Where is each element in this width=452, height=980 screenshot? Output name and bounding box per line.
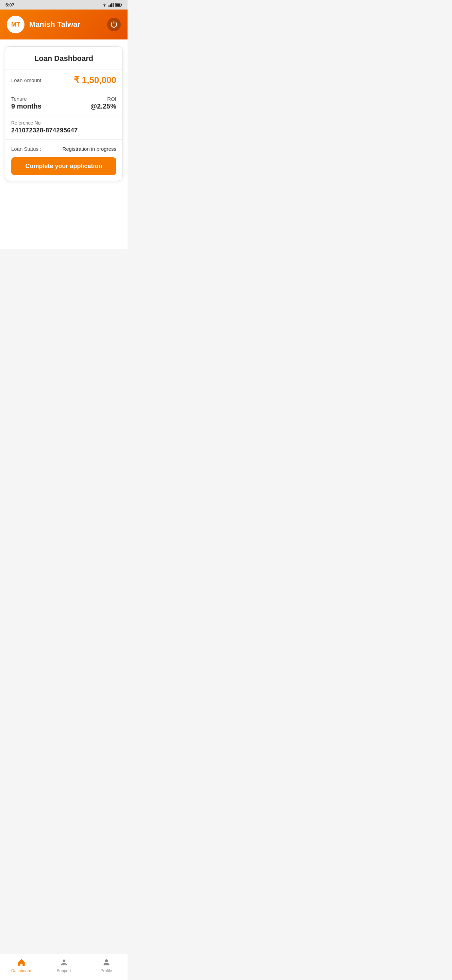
svg-rect-2 xyxy=(110,5,111,7)
main-content: Loan Dashboard Loan Amount ₹ 1,50,000 Te… xyxy=(0,40,127,186)
roi-item: ROI @2.25% xyxy=(90,96,116,110)
loan-status-row: Loan Status : Registration in progress C… xyxy=(5,140,122,181)
signal-icon xyxy=(108,3,114,7)
status-icons xyxy=(102,3,122,7)
tenure-roi-row: Tenure 9 months ROI @2.25% xyxy=(5,91,122,115)
status-bar: 5:07 xyxy=(0,0,127,10)
loan-status-label: Loan Status : xyxy=(11,146,41,152)
svg-rect-4 xyxy=(113,3,114,7)
svg-rect-3 xyxy=(111,3,112,7)
logout-button[interactable] xyxy=(107,18,121,31)
roi-label: ROI xyxy=(107,96,116,102)
content-spacer xyxy=(0,186,127,249)
tenure-label: Tenure xyxy=(11,96,41,102)
reference-no-value: 241072328-874295647 xyxy=(11,127,116,134)
loan-amount-value: ₹ 1,50,000 xyxy=(74,75,116,86)
reference-no-row: Reference No 241072328-874295647 xyxy=(5,115,122,140)
header-user-info: MT Manish Talwar xyxy=(7,16,80,33)
user-name-label: Manish Talwar xyxy=(29,20,80,29)
tenure-item: Tenure 9 months xyxy=(11,96,41,110)
loan-amount-row: Loan Amount ₹ 1,50,000 xyxy=(5,69,122,91)
avatar: MT xyxy=(7,16,24,33)
tenure-value: 9 months xyxy=(11,102,41,110)
complete-application-button[interactable]: Complete your application xyxy=(11,157,116,175)
loan-amount-label: Loan Amount xyxy=(11,77,41,83)
battery-icon xyxy=(115,3,122,7)
roi-value: @2.25% xyxy=(90,102,116,110)
svg-point-0 xyxy=(104,6,105,7)
svg-rect-7 xyxy=(116,4,121,6)
reference-no-label: Reference No xyxy=(11,120,116,126)
loan-status-value: Registration in progress xyxy=(63,146,116,152)
loan-dashboard-title: Loan Dashboard xyxy=(5,47,122,69)
svg-rect-6 xyxy=(121,4,122,6)
svg-rect-1 xyxy=(108,5,109,7)
loan-dashboard-card: Loan Dashboard Loan Amount ₹ 1,50,000 Te… xyxy=(5,46,123,181)
loan-status-line: Loan Status : Registration in progress xyxy=(11,146,116,152)
status-time: 5:07 xyxy=(5,2,14,8)
app-header: MT Manish Talwar xyxy=(0,10,127,40)
wifi-icon xyxy=(102,3,107,7)
power-icon xyxy=(110,21,118,28)
